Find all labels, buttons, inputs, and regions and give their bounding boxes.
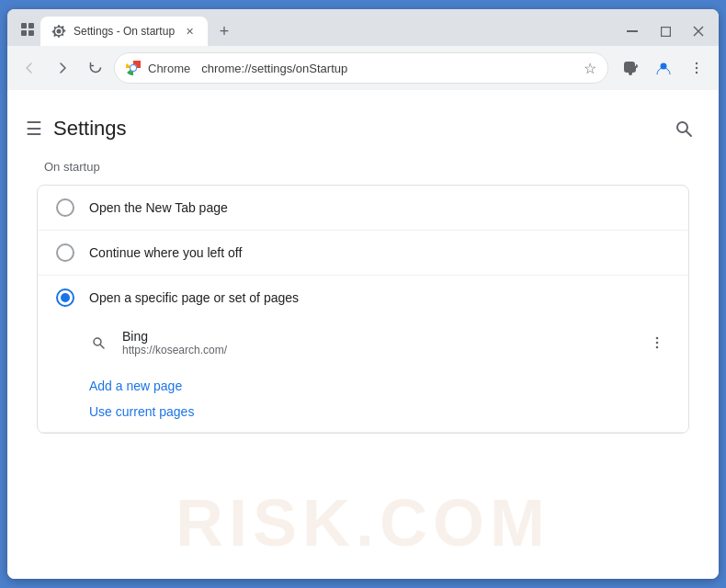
card-links: Add a new page Use current pages [38, 366, 688, 432]
radio-option-continue[interactable]: Continue where you left off [38, 231, 688, 276]
back-button[interactable] [15, 53, 44, 83]
page-title: Settings [53, 117, 127, 141]
profile-button[interactable] [649, 53, 678, 83]
svg-line-17 [101, 345, 105, 349]
expanded-option: Open a specific page or set of pages [38, 276, 688, 433]
svg-rect-3 [28, 30, 34, 36]
sidebar-menu-button[interactable]: ☰ [26, 118, 42, 140]
address-text: chrome://settings/onStartup [201, 62, 576, 75]
use-current-pages-link[interactable]: Use current pages [89, 399, 670, 424]
chrome-label: Chrome [148, 62, 190, 75]
radio-option-specific-page[interactable]: Open a specific page or set of pages [38, 276, 688, 320]
page-more-button[interactable] [644, 330, 670, 356]
window-controls [619, 22, 711, 40]
refresh-button[interactable] [81, 53, 110, 83]
options-card: Open the New Tab page Continue where you… [37, 185, 689, 434]
svg-rect-2 [21, 30, 27, 36]
svg-point-19 [656, 342, 659, 345]
title-bar: Settings - On startup ✕ + [7, 9, 719, 46]
active-tab[interactable]: Settings - On startup ✕ [40, 17, 208, 46]
radio-label-new-tab: Open the New Tab page [89, 200, 228, 215]
svg-rect-4 [627, 30, 638, 32]
svg-point-11 [696, 62, 698, 64]
toolbar: Chrome chrome://settings/onStartup ☆ [7, 46, 719, 90]
extensions-button[interactable] [616, 53, 645, 83]
tab-close-button[interactable]: ✕ [182, 24, 197, 39]
settings-header: ☰ Settings [7, 105, 719, 160]
svg-line-15 [686, 131, 691, 136]
add-new-page-link[interactable]: Add a new page [89, 373, 670, 399]
svg-point-12 [696, 67, 698, 69]
forward-button[interactable] [48, 53, 77, 83]
content-area: ☰ Settings On startup [7, 90, 719, 579]
radio-label-specific-page: Open a specific page or set of pages [89, 290, 299, 305]
svg-point-9 [130, 65, 136, 71]
close-button[interactable] [686, 22, 711, 40]
tab-label: Settings - On startup [74, 25, 175, 38]
minimize-button[interactable] [619, 22, 645, 40]
svg-rect-5 [661, 27, 670, 36]
bookmark-button[interactable]: ☆ [584, 60, 596, 77]
tab-strip: Settings - On startup ✕ + [15, 17, 612, 46]
radio-circle-specific-page [56, 288, 74, 307]
svg-point-18 [656, 337, 659, 340]
section-label: On startup [7, 160, 719, 185]
svg-point-13 [696, 72, 698, 74]
radio-circle-new-tab [56, 198, 74, 217]
tab-switcher-button[interactable] [15, 17, 40, 42]
radio-option-new-tab[interactable]: Open the New Tab page [38, 186, 688, 231]
main-content: ☰ Settings On startup [7, 90, 719, 579]
new-tab-button[interactable]: + [211, 18, 237, 44]
page-name: Bing [122, 329, 644, 344]
address-bar[interactable]: Chrome chrome://settings/onStartup ☆ [114, 52, 608, 84]
address-actions [616, 53, 711, 83]
radio-circle-continue [56, 243, 74, 262]
browser-window: Settings - On startup ✕ + [7, 9, 719, 579]
page-search-icon [89, 334, 108, 352]
radio-label-continue: Continue where you left off [89, 245, 242, 260]
menu-button[interactable] [682, 53, 711, 83]
settings-title-area: ☰ Settings [26, 117, 127, 141]
maximize-button[interactable] [652, 22, 678, 40]
startup-page-entry[interactable]: Bing https://kosearch.com/ [38, 320, 688, 366]
svg-point-20 [656, 346, 659, 349]
settings-search-button[interactable] [667, 112, 700, 145]
svg-point-16 [94, 338, 101, 345]
content-wrapper: ☰ Settings On startup [7, 90, 719, 579]
page-url: https://kosearch.com/ [122, 344, 644, 356]
tab-favicon [51, 24, 66, 39]
page-info: Bing https://kosearch.com/ [122, 329, 644, 356]
svg-rect-1 [28, 23, 34, 28]
svg-rect-0 [21, 23, 27, 28]
chrome-icon [126, 61, 141, 75]
